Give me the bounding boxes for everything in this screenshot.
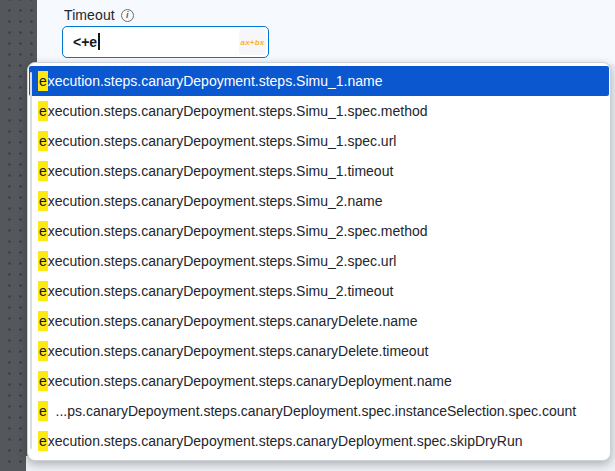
suggestion-text: xecution.steps.canaryDepoyment.steps.can…: [48, 373, 452, 389]
suggestion-item[interactable]: execution.steps.canaryDepoyment.steps.Si…: [29, 186, 609, 216]
suggestion-item[interactable]: execution.steps.canaryDepoyment.steps.ca…: [29, 336, 609, 366]
suggestion-text: xecution.steps.canaryDepoyment.steps.Sim…: [48, 73, 383, 89]
suggestion-text: xecution.steps.canaryDepoyment.steps.Sim…: [48, 103, 428, 119]
match-highlight: e: [38, 311, 48, 331]
match-highlight: e: [38, 401, 48, 421]
suggestion-text: xecution.steps.canaryDepoyment.steps.Sim…: [48, 223, 428, 239]
match-highlight: e: [38, 431, 48, 451]
suggestion-item[interactable]: e ...ps.canaryDepoyment.steps.canaryDepl…: [29, 396, 609, 426]
suggestion-text: xecution.steps.canaryDepoyment.steps.Sim…: [48, 253, 397, 269]
suggestion-item[interactable]: execution.steps.canaryDepoyment.steps.ca…: [29, 366, 609, 396]
suggestion-item[interactable]: execution.steps.canaryDepoyment.steps.Si…: [29, 216, 609, 246]
match-highlight: e: [38, 281, 48, 301]
suggestion-text: xecution.steps.canaryDepoyment.steps.can…: [48, 313, 418, 329]
timeout-input[interactable]: [63, 27, 239, 57]
scrollbar[interactable]: [30, 72, 32, 449]
suggestion-item[interactable]: execution.steps.canaryDepoyment.steps.Si…: [29, 246, 609, 276]
suggestion-item[interactable]: execution.steps.canaryDepoyment.steps.ca…: [29, 306, 609, 336]
match-highlight: e: [38, 191, 48, 211]
suggestions-dropdown: execution.steps.canaryDepoyment.steps.Si…: [27, 62, 611, 461]
match-highlight: e: [38, 221, 48, 241]
timeout-input-wrapper: ax+bx: [62, 26, 269, 58]
suggestion-text: xecution.steps.canaryDepoyment.steps.Sim…: [48, 163, 394, 179]
suggestion-text: xecution.steps.canaryDepoyment.steps.Sim…: [48, 133, 397, 149]
timeout-field-header: Timeout i: [64, 7, 134, 23]
info-icon[interactable]: i: [121, 9, 134, 22]
match-highlight: e: [38, 71, 48, 91]
suggestion-item[interactable]: execution.steps.canaryDepoyment.steps.Si…: [29, 156, 609, 186]
suggestion-item[interactable]: execution.steps.canaryDepoyment.steps.Si…: [29, 66, 609, 96]
suggestion-text: xecution.steps.canaryDepoyment.steps.can…: [48, 433, 523, 449]
match-highlight: e: [38, 251, 48, 271]
suggestion-list: execution.steps.canaryDepoyment.steps.Si…: [28, 66, 610, 456]
suggestion-item[interactable]: execution.steps.canaryDepoyment.steps.ca…: [29, 426, 609, 456]
match-highlight: e: [38, 341, 48, 361]
suggestion-text: ...ps.canaryDepoyment.steps.canaryDeploy…: [48, 403, 576, 419]
suggestion-text: xecution.steps.canaryDepoyment.steps.Sim…: [48, 193, 383, 209]
suggestion-item[interactable]: execution.steps.canaryDepoyment.steps.Si…: [29, 276, 609, 306]
match-highlight: e: [38, 131, 48, 151]
step-config-screen: Timeout i ax+bx execution.steps.canaryDe…: [0, 0, 615, 471]
timeout-label: Timeout: [64, 7, 115, 23]
text-caret: [98, 33, 100, 50]
suggestion-text: xecution.steps.canaryDepoyment.steps.can…: [48, 343, 429, 359]
match-highlight: e: [38, 101, 48, 121]
suggestion-item[interactable]: execution.steps.canaryDepoyment.steps.Si…: [29, 96, 609, 126]
expression-badge[interactable]: ax+bx: [239, 29, 266, 55]
match-highlight: e: [38, 161, 48, 181]
suggestion-text: xecution.steps.canaryDepoyment.steps.Sim…: [48, 283, 394, 299]
match-highlight: e: [38, 371, 48, 391]
suggestion-item[interactable]: execution.steps.canaryDepoyment.steps.Si…: [29, 126, 609, 156]
